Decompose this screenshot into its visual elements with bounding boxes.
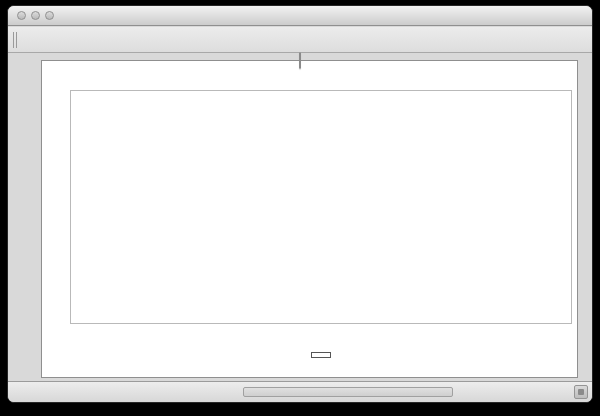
toolbar bbox=[8, 27, 592, 53]
minimize-button[interactable] bbox=[31, 11, 40, 20]
toolbar-drag-handle-icon bbox=[13, 32, 17, 48]
statusbar bbox=[8, 381, 592, 402]
chart-panel bbox=[41, 60, 578, 378]
tab-bar bbox=[299, 52, 301, 69]
vstar-window bbox=[7, 5, 593, 403]
legend bbox=[70, 352, 572, 358]
legend-box bbox=[311, 352, 331, 358]
content-area bbox=[8, 53, 592, 381]
zoom-button[interactable] bbox=[45, 11, 54, 20]
screen: { "window": { "title": "VStar 2.15.3", "… bbox=[0, 0, 600, 416]
progress-bar bbox=[243, 387, 453, 397]
close-button[interactable] bbox=[17, 11, 26, 20]
light-curve-scatter[interactable] bbox=[71, 91, 571, 323]
status-stop-button[interactable] bbox=[574, 385, 588, 399]
titlebar[interactable] bbox=[8, 6, 592, 26]
plot-area[interactable] bbox=[70, 90, 572, 324]
